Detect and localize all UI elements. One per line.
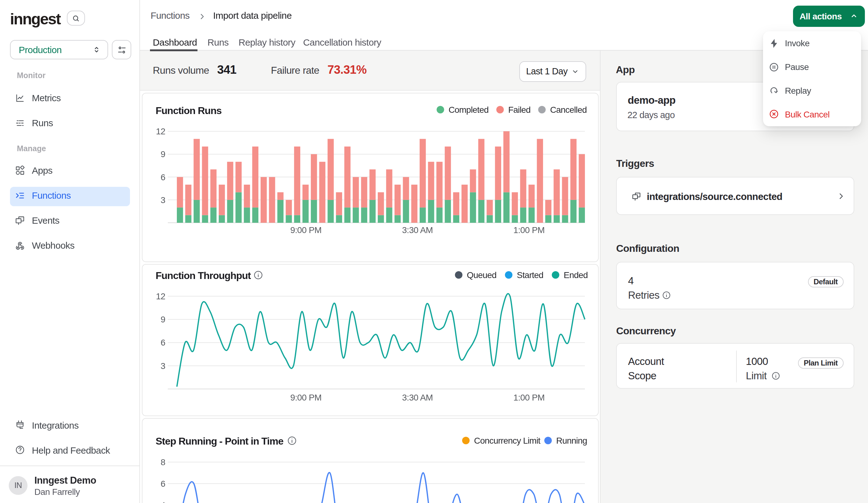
svg-text:3:30 AM: 3:30 AM [402, 393, 433, 402]
svg-text:12: 12 [156, 291, 165, 301]
svg-text:6: 6 [161, 338, 165, 347]
svg-text:Cancelled: Cancelled [550, 105, 587, 115]
svg-text:3: 3 [161, 195, 165, 205]
svg-text:Queued: Queued [467, 270, 496, 280]
svg-text:3:30 AM: 3:30 AM [402, 225, 433, 235]
svg-text:6: 6 [161, 479, 165, 489]
svg-text:9:00 PM: 9:00 PM [290, 393, 321, 402]
svg-text:Function Runs: Function Runs [156, 105, 221, 116]
svg-text:1:00 PM: 1:00 PM [513, 393, 545, 402]
svg-text:9: 9 [161, 149, 165, 159]
svg-text:Failed: Failed [508, 105, 530, 115]
svg-text:Step Running - Point in Time: Step Running - Point in Time [156, 435, 283, 447]
svg-text:Completed: Completed [448, 105, 488, 115]
svg-text:4: 4 [161, 501, 165, 503]
svg-text:Running: Running [556, 436, 587, 445]
svg-text:Ended: Ended [564, 270, 588, 280]
svg-text:9: 9 [161, 315, 165, 324]
svg-text:8: 8 [161, 458, 165, 467]
svg-text:3: 3 [161, 361, 165, 371]
svg-text:6: 6 [161, 173, 165, 182]
svg-text:Function Throughput: Function Throughput [156, 270, 251, 281]
svg-text:12: 12 [156, 126, 165, 136]
svg-text:9:00 PM: 9:00 PM [290, 225, 321, 235]
svg-text:1:00 PM: 1:00 PM [513, 225, 545, 235]
svg-text:Started: Started [517, 270, 543, 280]
svg-text:Concurrency Limit: Concurrency Limit [474, 436, 540, 445]
